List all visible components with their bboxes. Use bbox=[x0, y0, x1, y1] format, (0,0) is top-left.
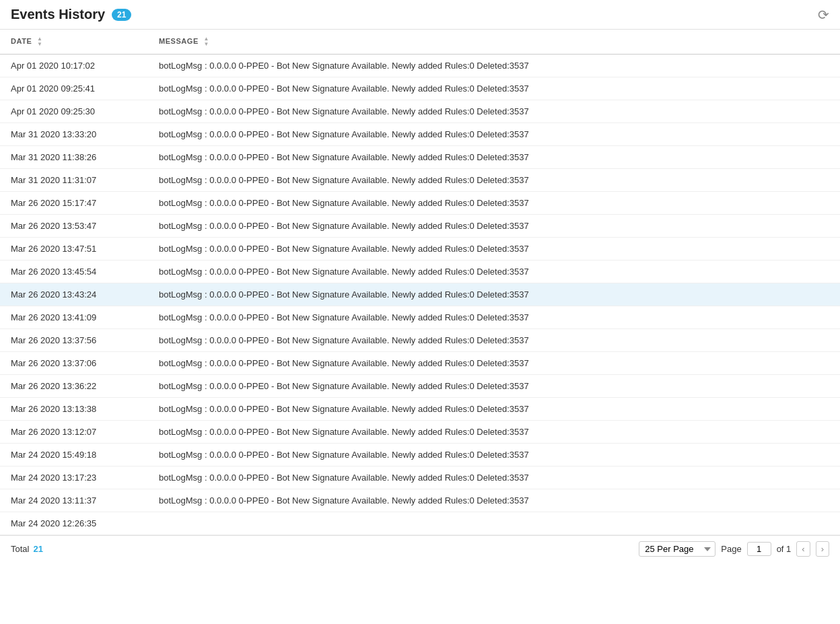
date-cell: Mar 26 2020 13:45:54 bbox=[0, 261, 148, 283]
date-cell: Mar 26 2020 15:17:47 bbox=[0, 192, 148, 215]
table-row[interactable]: Mar 26 2020 13:37:56botLogMsg : 0.0.0.0 … bbox=[0, 329, 840, 352]
table-row[interactable]: Mar 26 2020 13:41:09botLogMsg : 0.0.0.0 … bbox=[0, 306, 840, 329]
date-cell: Apr 01 2020 10:17:02 bbox=[0, 55, 148, 77]
message-cell: botLogMsg : 0.0.0.0 0-PPE0 - Bot New Sig… bbox=[148, 123, 840, 146]
message-cell: botLogMsg : 0.0.0.0 0-PPE0 - Bot New Sig… bbox=[148, 77, 840, 100]
page-label: Page bbox=[721, 544, 741, 554]
message-cell: botLogMsg : 0.0.0.0 0-PPE0 - Bot New Sig… bbox=[148, 146, 840, 169]
message-cell: botLogMsg : 0.0.0.0 0-PPE0 - Bot New Sig… bbox=[148, 444, 840, 466]
table-footer: Total 21 25 Per Page50 Per Page100 Per P… bbox=[0, 535, 840, 562]
table-row[interactable]: Mar 26 2020 15:17:47botLogMsg : 0.0.0.0 … bbox=[0, 192, 840, 215]
message-cell: botLogMsg : 0.0.0.0 0-PPE0 - Bot New Sig… bbox=[148, 375, 840, 398]
total-label: Total bbox=[11, 544, 29, 554]
message-cell: botLogMsg : 0.0.0.0 0-PPE0 - Bot New Sig… bbox=[148, 192, 840, 215]
date-cell: Mar 26 2020 13:43:24 bbox=[0, 283, 148, 306]
message-cell: botLogMsg : 0.0.0.0 0-PPE0 - Bot New Sig… bbox=[148, 261, 840, 283]
date-cell: Mar 31 2020 11:31:07 bbox=[0, 169, 148, 192]
date-cell: Apr 01 2020 09:25:41 bbox=[0, 77, 148, 100]
table-row[interactable]: Apr 01 2020 10:17:02botLogMsg : 0.0.0.0 … bbox=[0, 55, 840, 77]
message-cell: botLogMsg : 0.0.0.0 0-PPE0 - Bot New Sig… bbox=[148, 215, 840, 238]
page-title: Events History bbox=[11, 7, 105, 22]
date-cell: Mar 26 2020 13:37:06 bbox=[0, 352, 148, 375]
date-column-header[interactable]: DATE ▲▼ bbox=[0, 30, 148, 55]
date-cell: Mar 26 2020 13:13:38 bbox=[0, 398, 148, 421]
table-row[interactable]: Mar 24 2020 12:26:35 bbox=[0, 512, 840, 535]
table-row[interactable]: Mar 26 2020 13:47:51botLogMsg : 0.0.0.0 … bbox=[0, 238, 840, 261]
date-cell: Mar 26 2020 13:36:22 bbox=[0, 375, 148, 398]
date-cell: Apr 01 2020 09:25:30 bbox=[0, 100, 148, 123]
message-cell bbox=[148, 512, 840, 535]
next-page-button[interactable]: › bbox=[816, 541, 829, 557]
date-cell: Mar 31 2020 11:38:26 bbox=[0, 146, 148, 169]
table-row[interactable]: Mar 26 2020 13:13:38botLogMsg : 0.0.0.0 … bbox=[0, 398, 840, 421]
date-cell: Mar 26 2020 13:47:51 bbox=[0, 238, 148, 261]
table-row[interactable]: Mar 31 2020 13:33:20botLogMsg : 0.0.0.0 … bbox=[0, 123, 840, 146]
date-cell: Mar 26 2020 13:12:07 bbox=[0, 421, 148, 444]
total-count: 21 bbox=[33, 544, 42, 554]
message-cell: botLogMsg : 0.0.0.0 0-PPE0 - Bot New Sig… bbox=[148, 398, 840, 421]
date-cell: Mar 24 2020 12:26:35 bbox=[0, 512, 148, 535]
message-sort-icon: ▲▼ bbox=[203, 36, 209, 47]
message-cell: botLogMsg : 0.0.0.0 0-PPE0 - Bot New Sig… bbox=[148, 421, 840, 444]
table-row[interactable]: Mar 31 2020 11:31:07botLogMsg : 0.0.0.0 … bbox=[0, 169, 840, 192]
message-cell: botLogMsg : 0.0.0.0 0-PPE0 - Bot New Sig… bbox=[148, 329, 840, 352]
message-cell: botLogMsg : 0.0.0.0 0-PPE0 - Bot New Sig… bbox=[148, 169, 840, 192]
table-row[interactable]: Mar 26 2020 13:53:47botLogMsg : 0.0.0.0 … bbox=[0, 215, 840, 238]
date-cell: Mar 26 2020 13:53:47 bbox=[0, 215, 148, 238]
message-column-header[interactable]: MESSAGE ▲▼ bbox=[148, 30, 840, 55]
message-cell: botLogMsg : 0.0.0.0 0-PPE0 - Bot New Sig… bbox=[148, 55, 840, 77]
message-cell: botLogMsg : 0.0.0.0 0-PPE0 - Bot New Sig… bbox=[148, 489, 840, 512]
date-cell: Mar 24 2020 15:49:18 bbox=[0, 444, 148, 466]
date-cell: Mar 26 2020 13:37:56 bbox=[0, 329, 148, 352]
date-sort-icon: ▲▼ bbox=[37, 36, 42, 47]
table-row[interactable]: Mar 26 2020 13:12:07botLogMsg : 0.0.0.0 … bbox=[0, 421, 840, 444]
event-count-badge: 21 bbox=[112, 9, 131, 21]
of-label: of 1 bbox=[777, 544, 792, 554]
per-page-select[interactable]: 25 Per Page50 Per Page100 Per Page bbox=[639, 541, 715, 557]
table-row[interactable]: Mar 26 2020 13:36:22botLogMsg : 0.0.0.0 … bbox=[0, 375, 840, 398]
table-row[interactable]: Mar 26 2020 13:43:24botLogMsg : 0.0.0.0 … bbox=[0, 283, 840, 306]
footer-pagination: 25 Per Page50 Per Page100 Per Page Page … bbox=[639, 541, 829, 557]
page-number-input[interactable] bbox=[747, 542, 771, 556]
table-row[interactable]: Mar 26 2020 13:37:06botLogMsg : 0.0.0.0 … bbox=[0, 352, 840, 375]
table-row[interactable]: Apr 01 2020 09:25:41botLogMsg : 0.0.0.0 … bbox=[0, 77, 840, 100]
date-cell: Mar 24 2020 13:17:23 bbox=[0, 466, 148, 489]
message-cell: botLogMsg : 0.0.0.0 0-PPE0 - Bot New Sig… bbox=[148, 283, 840, 306]
message-cell: botLogMsg : 0.0.0.0 0-PPE0 - Bot New Sig… bbox=[148, 466, 840, 489]
table-row[interactable]: Mar 24 2020 13:17:23botLogMsg : 0.0.0.0 … bbox=[0, 466, 840, 489]
date-cell: Mar 26 2020 13:41:09 bbox=[0, 306, 148, 329]
table-header: DATE ▲▼ MESSAGE ▲▼ bbox=[0, 30, 840, 55]
table-body: Apr 01 2020 10:17:02botLogMsg : 0.0.0.0 … bbox=[0, 55, 840, 535]
table-row[interactable]: Mar 26 2020 13:45:54botLogMsg : 0.0.0.0 … bbox=[0, 261, 840, 283]
table-row[interactable]: Mar 31 2020 11:38:26botLogMsg : 0.0.0.0 … bbox=[0, 146, 840, 169]
message-cell: botLogMsg : 0.0.0.0 0-PPE0 - Bot New Sig… bbox=[148, 238, 840, 261]
message-cell: botLogMsg : 0.0.0.0 0-PPE0 - Bot New Sig… bbox=[148, 306, 840, 329]
footer-total: Total 21 bbox=[11, 544, 43, 554]
message-cell: botLogMsg : 0.0.0.0 0-PPE0 - Bot New Sig… bbox=[148, 100, 840, 123]
events-table: DATE ▲▼ MESSAGE ▲▼ Apr 01 2020 10:17:02b… bbox=[0, 30, 840, 535]
message-cell: botLogMsg : 0.0.0.0 0-PPE0 - Bot New Sig… bbox=[148, 352, 840, 375]
date-cell: Mar 24 2020 13:11:37 bbox=[0, 489, 148, 512]
prev-page-button[interactable]: ‹ bbox=[796, 541, 810, 557]
date-cell: Mar 31 2020 13:33:20 bbox=[0, 123, 148, 146]
table-row[interactable]: Apr 01 2020 09:25:30botLogMsg : 0.0.0.0 … bbox=[0, 100, 840, 123]
refresh-icon[interactable]: ⟳ bbox=[818, 7, 829, 23]
page-header: Events History 21 ⟳ bbox=[0, 0, 840, 30]
header-left: Events History 21 bbox=[11, 7, 131, 22]
table-row[interactable]: Mar 24 2020 13:11:37botLogMsg : 0.0.0.0 … bbox=[0, 489, 840, 512]
table-row[interactable]: Mar 24 2020 15:49:18botLogMsg : 0.0.0.0 … bbox=[0, 444, 840, 466]
